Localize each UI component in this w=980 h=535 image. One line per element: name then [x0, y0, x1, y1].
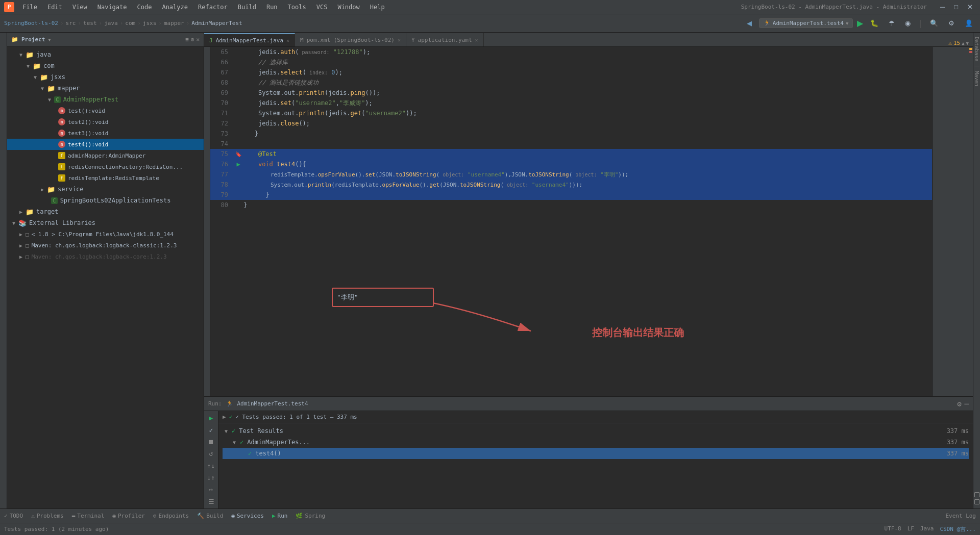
code-line-75: 75 🔖 @Test	[210, 149, 932, 159]
services-icon: ◉	[231, 513, 235, 519]
btn-endpoints[interactable]: ⊕ Endpoints	[153, 513, 189, 519]
close-btn[interactable]: ✕	[964, 2, 976, 12]
btn-build[interactable]: 🔨 Build	[197, 513, 223, 519]
tree-adminmappertest[interactable]: ▼ C AdminMapperTest	[7, 94, 204, 105]
menu-help[interactable]: Help	[366, 3, 389, 12]
run-gutter-icon[interactable]: ▶	[236, 161, 240, 168]
tree-test2[interactable]: m test2():void	[7, 116, 204, 128]
stop-btn[interactable]: ⏹	[206, 437, 217, 447]
sort-desc-btn[interactable]: ↓↑	[206, 473, 217, 482]
result-test4[interactable]: ✓ test4() 337 ms	[223, 448, 969, 459]
database-panel-btn[interactable]: Database	[974, 35, 979, 63]
expand-btn[interactable]: ↔	[206, 485, 217, 494]
menu-view[interactable]: View	[68, 3, 91, 12]
code-editor[interactable]: 65 jedis.auth( password: "121788"); 66 /…	[204, 47, 973, 396]
btn-spring[interactable]: 🌿 Spring	[296, 513, 325, 519]
tree-logback-classic[interactable]: ▶ □ Maven: ch.qos.logback:logback-classi…	[7, 240, 204, 251]
scroll-up-btn[interactable]	[974, 492, 979, 497]
tree-jdk[interactable]: ▶ □ < 1.8 > C:\Program Files\Java\jdk1.8…	[7, 228, 204, 240]
tree-test3[interactable]: m test3():void	[7, 128, 204, 139]
collapse-btn[interactable]: ☰	[206, 497, 217, 506]
nav-back-btn[interactable]: ◀	[744, 18, 755, 29]
maximize-btn[interactable]: □	[951, 2, 961, 12]
user-btn[interactable]: 👤	[962, 18, 976, 29]
run-toolbar: ▶ ✓ ⏹ ↺ ↑↓ ↓↑ ↔ ☰	[204, 411, 218, 508]
sort-asc-btn[interactable]: ↑↓	[206, 461, 217, 471]
settings-run-icon[interactable]: ⚙	[957, 400, 961, 408]
tree-jsxs[interactable]: ▼ 📁 jsxs	[7, 71, 204, 83]
result-time-1: 337 ms	[947, 427, 969, 435]
gear-icon[interactable]: ⚙	[191, 36, 194, 43]
run-button[interactable]: ▶	[857, 18, 863, 28]
menu-code[interactable]: Code	[133, 3, 156, 12]
menu-refactor[interactable]: Refactor	[194, 3, 232, 12]
check-btn[interactable]: ✓	[206, 425, 217, 435]
menu-vcs[interactable]: VCS	[312, 3, 332, 12]
menu-run[interactable]: Run	[262, 3, 282, 12]
debug-btn[interactable]: 🐛	[867, 18, 881, 29]
minimize-run-icon[interactable]: ─	[965, 400, 969, 408]
btn-todo[interactable]: ✓ TODO	[4, 513, 23, 519]
tab-close-1[interactable]: ✕	[286, 38, 289, 43]
menu-build[interactable]: Build	[234, 3, 260, 12]
tab-adminmappertest[interactable]: J AdminMapperTest.java ✕	[204, 33, 295, 46]
menu-navigate[interactable]: Navigate	[93, 3, 131, 12]
menu-tools[interactable]: Tools	[284, 3, 310, 12]
scroll-down-btn[interactable]	[974, 499, 979, 504]
close-panel-icon[interactable]: ✕	[196, 36, 200, 43]
tree-ext-libs[interactable]: ▼ 📚 External Libraries	[7, 217, 204, 228]
coverage-btn[interactable]: ☂	[886, 18, 898, 29]
folder-mapper-icon: 📁	[47, 85, 55, 92]
event-log-btn[interactable]: Event Log	[945, 513, 976, 519]
rerun-btn[interactable]: ↺	[206, 449, 217, 458]
search-btn[interactable]: 🔍	[927, 18, 941, 29]
window-title: SpringBoot-ls-02 - AdminMapperTest.java …	[741, 4, 927, 10]
menu-edit[interactable]: Edit	[43, 3, 66, 12]
lib-logback-icon: □	[26, 242, 29, 249]
tree-springboot-tests[interactable]: C SpringBootLs02ApplicationTests	[7, 195, 204, 206]
run-again-btn[interactable]: ▶	[206, 413, 217, 423]
minimize-btn[interactable]: ─	[937, 2, 948, 12]
btn-services[interactable]: ◉ Services	[231, 513, 264, 519]
folder-target-icon: 📁	[26, 208, 34, 216]
tree-redis-factory-field[interactable]: f redisConnectionFactory:RedisCon...	[7, 161, 204, 172]
tree-logback-core[interactable]: ▶ □ Maven: ch.qos.logback:logback-core:1…	[7, 251, 204, 262]
menu-file[interactable]: File	[18, 3, 41, 12]
method2-icon: m	[58, 118, 65, 125]
menu-analyze[interactable]: Analyze	[158, 3, 192, 12]
btn-run[interactable]: ▶ Run	[272, 513, 288, 519]
tree-java[interactable]: ▼ 📁 java	[7, 49, 204, 60]
result-adminmapper[interactable]: ▼ ✓ AdminMapperTes... 337 ms	[223, 437, 969, 448]
run-config-name: AdminMapperTest.test4	[773, 20, 844, 27]
tree-com[interactable]: ▼ 📁 com	[7, 60, 204, 71]
tree-adminmapper-field[interactable]: f adminMapper:AdminMapper	[7, 150, 204, 161]
code-line-79: 79 }	[210, 190, 932, 200]
class2-icon: C	[51, 197, 58, 204]
btn-profiler[interactable]: ◉ Profiler	[112, 513, 145, 519]
tree-redistemplate-field[interactable]: f redisTemplate:RedisTemplate	[7, 172, 204, 184]
tab-pomxml[interactable]: M pom.xml (SpringBoot-ls-02) ✕	[295, 33, 406, 46]
result-test-results[interactable]: ▼ ✓ Test Results 337 ms	[223, 425, 969, 437]
collapse-all-icon[interactable]: ≡	[185, 36, 189, 43]
code-line-69: 69 System.out.println(jedis.ping());	[210, 88, 932, 98]
tree-service[interactable]: ▶ 📁 service	[7, 184, 204, 195]
tree-mapper[interactable]: ▼ 📁 mapper	[7, 83, 204, 94]
profile-btn[interactable]: ◉	[902, 18, 914, 29]
settings-btn[interactable]: ⚙	[945, 18, 958, 29]
tab-close-3[interactable]: ✕	[475, 37, 478, 43]
maven-panel-btn[interactable]: Maven	[974, 69, 979, 88]
tab-close-2[interactable]: ✕	[398, 37, 401, 43]
warning-count: 15	[953, 40, 960, 46]
menu-window[interactable]: Window	[333, 3, 363, 12]
tree-target[interactable]: ▶ 📁 target	[7, 206, 204, 217]
todo-icon: ✓	[4, 513, 8, 519]
run-config-selector[interactable]: 🏃 AdminMapperTest.test4 ▼	[759, 18, 853, 28]
run-icon: 🏃	[226, 400, 233, 407]
tree-test1[interactable]: m test():void	[7, 105, 204, 116]
menu-bar: P File Edit View Navigate Code Analyze R…	[0, 0, 980, 14]
btn-terminal[interactable]: ▬ Terminal	[72, 513, 105, 519]
tab-applicationyaml[interactable]: Y application.yaml ✕	[406, 33, 484, 46]
run-status-bar: ▶ ✓ ✓ Tests passed: 1 of 1 test – 337 ms	[218, 411, 973, 423]
btn-problems[interactable]: ⚠ Problems	[31, 513, 64, 519]
tree-test4[interactable]: m test4():void	[7, 139, 204, 150]
